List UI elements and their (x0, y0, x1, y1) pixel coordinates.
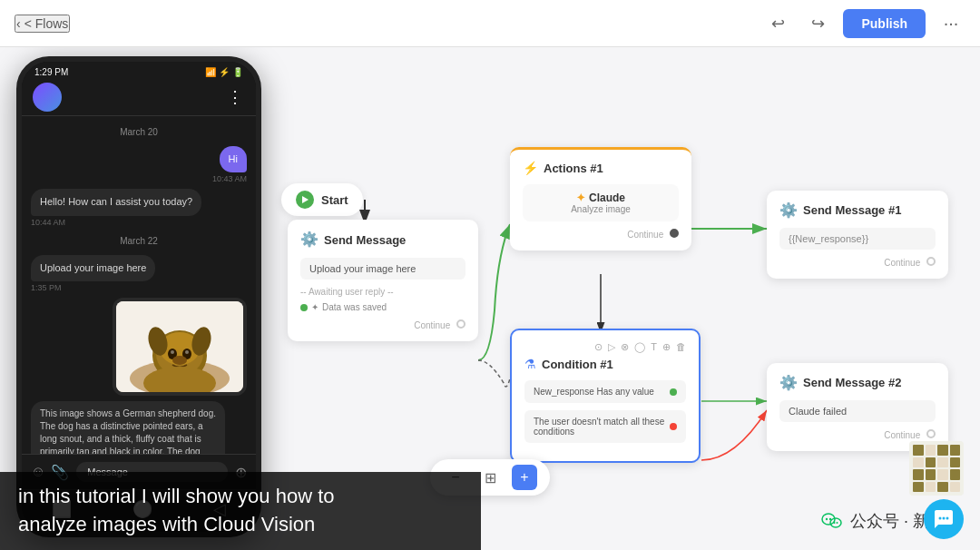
send-message-2-title: Send Message #2 (803, 376, 901, 389)
send-message-1-header: ⚙️ Send Message #1 (779, 201, 936, 219)
toolbar-add-icon: ⊕ (662, 341, 671, 353)
condition-header: ⚗ Condition #1 (524, 357, 686, 371)
chat-bubble-dog-image (31, 298, 247, 396)
toolbar-link-icon: ⊗ (621, 341, 629, 353)
subtitle-bar: in this tutorial I will show you how to … (0, 472, 481, 550)
svg-point-14 (185, 350, 189, 354)
send-msg2-continue-dot (926, 429, 936, 438)
subtitle-line1: in this tutorial I will show you how to (18, 485, 335, 507)
chat-date-1: March 20 (31, 127, 247, 137)
awaiting-reply-status: -- Awaiting user reply -- (300, 287, 466, 297)
qr-grid-decoration (909, 441, 964, 496)
phone-mockup: 1:29 PM 📶 ⚡ 🔋 ⋮ March 20 Hi 10:43 AM (16, 56, 261, 537)
condition-toolbar: ⊙ ▷ ⊗ ◯ T ⊕ 🗑 (524, 341, 686, 353)
subtitle-line2: analyze images with Cloud Vision (18, 513, 315, 535)
undo-button[interactable]: ↩ (763, 9, 792, 38)
actions-header: ⚡ Actions #1 (523, 161, 679, 175)
condition-green-dot (670, 388, 677, 396)
condition-item-2: The user doesn't match all these conditi… (524, 410, 686, 443)
send-message-2-node[interactable]: ⚙️ Send Message #2 Claude failed Continu… (767, 363, 948, 451)
back-icon: ‹ (16, 16, 21, 31)
undo-icon: ↩ (771, 14, 785, 34)
chat-bubble-upload: Upload your image here 1:35 PM (31, 255, 247, 292)
plus-icon: + (520, 469, 528, 486)
send-message-2-header: ⚙️ Send Message #2 (779, 374, 936, 391)
claude-icon: ✦ (576, 192, 585, 204)
svg-point-21 (830, 518, 841, 527)
start-label: Start (321, 193, 348, 207)
chat-bubble-hello: Hello! How can I assist you today? 10:44… (31, 189, 247, 226)
actions-title: Actions #1 (544, 162, 603, 175)
svg-point-23 (836, 522, 838, 524)
svg-point-19 (826, 518, 828, 520)
dog-image (116, 301, 243, 392)
subtitle-text: in this tutorial I will show you how to … (18, 483, 463, 539)
chat-bubble-analysis: This image shows a German shepherd dog. … (31, 401, 247, 454)
send-message-2-field: Claude failed (779, 400, 936, 422)
more-options-button[interactable]: ··· (936, 9, 965, 38)
svg-point-13 (171, 350, 174, 354)
send-message-1-node[interactable]: ⚙️ Send Message #1 {{New_response}} Cont… (767, 191, 948, 279)
lightning-icon: ⚡ (523, 161, 538, 175)
more-icon: ··· (944, 13, 959, 34)
redo-button[interactable]: ↪ (803, 9, 832, 38)
status-dot-green (300, 304, 308, 311)
svg-point-24 (939, 517, 942, 520)
filter-icon: ⚗ (524, 357, 536, 371)
claude-action-desc: Analyze image (571, 204, 631, 214)
zoom-in-button[interactable]: + (512, 465, 537, 490)
phone-time: 1:29 PM (34, 67, 68, 77)
svg-point-15 (172, 356, 187, 365)
chat-bubble-hi: Hi 10:43 AM (31, 146, 247, 183)
phone-menu-dots: ⋮ (227, 87, 245, 107)
send-message-1-footer: Continue (779, 257, 936, 268)
chat-icon (933, 508, 955, 530)
toolbar-run-icon: ▷ (608, 341, 615, 353)
phone-icons: 📶 ⚡ 🔋 (205, 67, 243, 77)
send-message-1-title: Send Message #1 (803, 203, 901, 217)
send-message-field: Upload your image here (300, 258, 466, 280)
actions-node[interactable]: ⚡ Actions #1 ✦ Claude Analyze image Cont… (510, 147, 691, 250)
send-message-header: ⚙️ Send Message (300, 231, 466, 249)
send-msg1-continue-dot (926, 257, 936, 266)
toolbar-play-icon: ⊙ (594, 341, 603, 353)
svg-marker-17 (302, 196, 309, 203)
gear-icon: ⚙️ (300, 231, 318, 249)
chat-date-2: March 22 (31, 236, 247, 246)
condition-title: Condition #1 (542, 358, 613, 371)
zoom-icon: ⊞ (485, 469, 496, 486)
chat-bubble-corner-icon[interactable] (924, 499, 964, 539)
data-saved-status: ✦ Data was saved (300, 302, 466, 312)
actions-continue-dot (670, 229, 679, 238)
send-message-footer: Continue (300, 319, 466, 330)
condition-item-1: New_response Has any value (524, 380, 686, 403)
send-message-title: Send Message (324, 233, 406, 247)
phone-app-bar: ⋮ (22, 79, 256, 116)
actions-footer: Continue (523, 229, 679, 240)
back-label: < Flows (24, 16, 69, 31)
phone-avatar (33, 83, 62, 112)
toolbar-text-icon: T (651, 341, 657, 353)
zoom-fit-button[interactable]: ⊞ (477, 465, 503, 490)
publish-button[interactable]: Publish (843, 9, 926, 38)
toolbar-delete-icon: 🗑 (676, 341, 686, 353)
redo-icon: ↪ (811, 14, 825, 34)
svg-point-25 (943, 517, 946, 520)
gear-icon-2: ⚙️ (779, 374, 798, 391)
condition-node[interactable]: ⊙ ▷ ⊗ ◯ T ⊕ 🗑 ⚗ Condition #1 New_respons… (510, 329, 701, 463)
claude-action-name: ✦ Claude (576, 192, 625, 204)
back-button[interactable]: ‹ < Flows (15, 15, 70, 33)
gear-icon-1: ⚙️ (779, 201, 798, 219)
continue-dot (456, 319, 466, 329)
wechat-icon (821, 510, 843, 532)
start-node[interactable]: Start (281, 183, 363, 216)
send-message-1-field: {{New_response}} (779, 228, 936, 250)
top-actions: ↩ ↪ Publish ··· (763, 9, 965, 38)
claude-action-item: ✦ Claude Analyze image (523, 184, 679, 221)
start-play-icon (296, 191, 314, 209)
condition-red-dot (670, 423, 677, 430)
data-saved-icon: ✦ (311, 302, 318, 312)
send-message-node[interactable]: ⚙️ Send Message Upload your image here -… (288, 220, 478, 341)
send-message-2-footer: Continue (779, 429, 936, 440)
svg-point-26 (946, 517, 949, 520)
